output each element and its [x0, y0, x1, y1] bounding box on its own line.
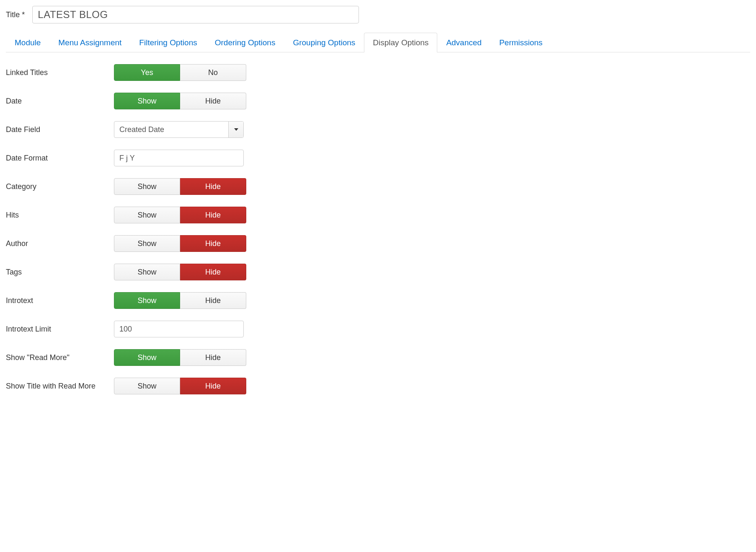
label-linked-titles: Linked Titles [6, 68, 114, 77]
toggle-date: Show Hide [114, 93, 246, 109]
title-read-more-hide[interactable]: Hide [180, 378, 246, 394]
tags-show[interactable]: Show [114, 264, 180, 280]
linked-titles-yes[interactable]: Yes [114, 64, 180, 81]
label-author: Author [6, 239, 114, 248]
linked-titles-no[interactable]: No [180, 64, 246, 81]
read-more-hide[interactable]: Hide [180, 349, 246, 366]
toggle-read-more: Show Hide [114, 349, 246, 366]
category-hide[interactable]: Hide [180, 178, 246, 195]
toggle-category: Show Hide [114, 178, 246, 195]
row-introtext: Introtext Show Hide [6, 292, 750, 309]
label-category: Category [6, 182, 114, 191]
tab-filtering-options[interactable]: Filtering Options [130, 33, 206, 52]
date-field-select[interactable]: Created Date [114, 121, 244, 138]
tab-grouping-options[interactable]: Grouping Options [284, 33, 364, 52]
tab-display-options[interactable]: Display Options [364, 33, 437, 52]
row-date: Date Show Hide [6, 93, 750, 109]
read-more-show[interactable]: Show [114, 349, 180, 366]
row-date-format: Date Format [6, 150, 750, 166]
toggle-introtext: Show Hide [114, 292, 246, 309]
introtext-show[interactable]: Show [114, 292, 180, 309]
tab-menu-assignment[interactable]: Menu Assignment [49, 33, 130, 52]
title-row: Title * [6, 6, 750, 23]
toggle-linked-titles: Yes No [114, 64, 246, 81]
hits-show[interactable]: Show [114, 207, 180, 223]
author-hide[interactable]: Hide [180, 235, 246, 252]
tab-permissions[interactable]: Permissions [490, 33, 551, 52]
introtext-hide[interactable]: Hide [180, 292, 246, 309]
chevron-down-icon [234, 128, 238, 131]
toggle-author: Show Hide [114, 235, 246, 252]
row-author: Author Show Hide [6, 235, 750, 252]
label-introtext: Introtext [6, 296, 114, 305]
date-field-caret[interactable] [228, 122, 243, 137]
row-category: Category Show Hide [6, 178, 750, 195]
label-read-more: Show "Read More" [6, 353, 114, 362]
row-date-field: Date Field Created Date [6, 121, 750, 138]
label-date-field: Date Field [6, 125, 114, 134]
tabs: Module Menu Assignment Filtering Options… [6, 33, 750, 52]
row-linked-titles: Linked Titles Yes No [6, 64, 750, 81]
title-input[interactable] [32, 6, 359, 23]
row-tags: Tags Show Hide [6, 264, 750, 280]
title-label: Title * [6, 10, 25, 19]
date-show[interactable]: Show [114, 93, 180, 109]
row-read-more: Show "Read More" Show Hide [6, 349, 750, 366]
label-tags: Tags [6, 268, 114, 277]
tab-ordering-options[interactable]: Ordering Options [206, 33, 284, 52]
toggle-hits: Show Hide [114, 207, 246, 223]
date-field-value: Created Date [114, 122, 228, 137]
row-title-read-more: Show Title with Read More Show Hide [6, 378, 750, 394]
toggle-tags: Show Hide [114, 264, 246, 280]
author-show[interactable]: Show [114, 235, 180, 252]
toggle-title-read-more: Show Hide [114, 378, 246, 394]
introtext-limit-input[interactable] [114, 321, 244, 337]
label-date-format: Date Format [6, 154, 114, 163]
label-introtext-limit: Introtext Limit [6, 325, 114, 334]
row-hits: Hits Show Hide [6, 207, 750, 223]
label-hits: Hits [6, 211, 114, 220]
label-title-read-more: Show Title with Read More [6, 382, 114, 391]
tab-module[interactable]: Module [6, 33, 49, 52]
label-date: Date [6, 97, 114, 106]
date-hide[interactable]: Hide [180, 93, 246, 109]
title-read-more-show[interactable]: Show [114, 378, 180, 394]
date-format-input[interactable] [114, 150, 244, 166]
category-show[interactable]: Show [114, 178, 180, 195]
hits-hide[interactable]: Hide [180, 207, 246, 223]
tab-advanced[interactable]: Advanced [437, 33, 490, 52]
row-introtext-limit: Introtext Limit [6, 321, 750, 337]
tags-hide[interactable]: Hide [180, 264, 246, 280]
